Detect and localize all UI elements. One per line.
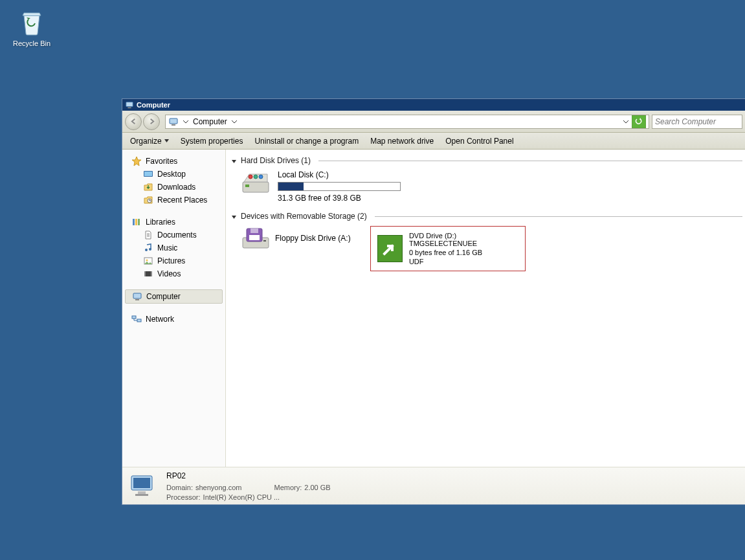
breadcrumb[interactable]: Computer <box>193 117 227 126</box>
sidebar: Favorites Desktop Downloads Recent Place… <box>122 150 226 467</box>
details-processor: Processor:Intel(R) Xeon(R) CPU ... <box>166 493 280 501</box>
arrow-left-icon <box>130 118 137 125</box>
dvd-shortcut-icon <box>377 235 403 262</box>
sidebar-item-downloads[interactable]: Downloads <box>125 181 223 194</box>
svg-rect-2 <box>170 118 177 124</box>
libraries-icon <box>131 217 142 227</box>
recent-icon <box>143 195 153 205</box>
refresh-button[interactable] <box>632 115 646 128</box>
svg-point-23 <box>249 175 252 179</box>
sidebar-item-recent[interactable]: Recent Places <box>125 194 223 207</box>
documents-icon <box>143 230 153 240</box>
group-header-hdd[interactable]: Hard Disk Drives (1) <box>231 156 742 165</box>
details-memory: Memory:2.00 GB <box>274 484 331 491</box>
address-bar[interactable]: Computer <box>165 115 649 129</box>
dropdown-icon[interactable] <box>231 118 238 125</box>
downloads-icon <box>143 182 153 192</box>
arrow-right-icon <box>148 118 155 125</box>
window-title: Computer <box>137 101 170 109</box>
videos-icon <box>143 269 153 279</box>
sidebar-item-music[interactable]: Music <box>125 241 223 254</box>
details-pane: RP02 Domain:shenyong.com Memory:2.00 GB … <box>122 467 745 504</box>
sidebar-item-documents[interactable]: Documents <box>125 229 223 241</box>
collapse-icon <box>231 214 237 219</box>
details-name: RP02 <box>166 471 331 480</box>
recycle-bin-icon <box>17 8 46 36</box>
drive-label: Local Disk (C:) <box>278 170 401 179</box>
svg-rect-30 <box>250 229 258 233</box>
svg-rect-5 <box>144 172 152 176</box>
svg-point-25 <box>259 175 263 179</box>
control-panel-button[interactable]: Open Control Panel <box>445 137 513 146</box>
search-input[interactable]: Search Computer <box>652 115 742 129</box>
collapse-icon <box>231 158 237 164</box>
organize-menu[interactable]: Organize <box>130 137 169 146</box>
drive-floppy-a[interactable]: Floppy Disk Drive (A:) <box>241 226 351 251</box>
svg-rect-15 <box>144 271 146 276</box>
svg-point-11 <box>149 248 151 251</box>
svg-rect-35 <box>135 494 148 496</box>
sidebar-favorites[interactable]: Favorites <box>125 155 223 168</box>
sidebar-item-desktop[interactable]: Desktop <box>125 168 223 181</box>
sidebar-item-pictures[interactable]: Pictures <box>125 254 223 267</box>
recycle-bin-label: Recycle Bin <box>13 39 50 47</box>
group-header-removable[interactable]: Devices with Removable Storage (2) <box>231 212 742 221</box>
svg-rect-28 <box>263 240 266 241</box>
back-button[interactable] <box>125 113 142 130</box>
dropdown-icon[interactable] <box>623 118 629 125</box>
map-drive-button[interactable]: Map network drive <box>370 137 434 146</box>
svg-rect-31 <box>249 235 260 240</box>
sidebar-libraries[interactable]: Libraries <box>125 216 223 229</box>
computer-icon <box>168 117 179 127</box>
network-icon <box>131 314 142 324</box>
content-pane: Hard Disk Drives (1) Local Disk (C:) <box>226 150 745 467</box>
dvd-line3: UDF <box>409 258 518 265</box>
dvd-line1: DVD Drive (D:) TMGSELECTENUEE <box>409 232 518 247</box>
refresh-icon <box>634 117 643 126</box>
drive-label: Floppy Disk Drive (A:) <box>275 234 351 243</box>
forward-button[interactable] <box>143 113 160 130</box>
details-domain: Domain:shenyong.com <box>166 484 242 491</box>
svg-point-24 <box>254 175 258 179</box>
uninstall-button[interactable]: Uninstall or change a program <box>254 137 359 146</box>
drive-freeline: 31.3 GB free of 39.8 GB <box>278 194 401 203</box>
music-icon <box>143 243 153 253</box>
svg-rect-18 <box>135 299 139 300</box>
titlebar[interactable]: Computer <box>122 99 745 111</box>
disk-usage-bar <box>278 182 401 191</box>
drive-dvd-d[interactable]: DVD Drive (D:) TMGSELECTENUEE 0 bytes fr… <box>370 226 526 271</box>
nav-row: Computer Search Computer <box>122 111 745 133</box>
svg-rect-19 <box>132 316 136 319</box>
svg-rect-0 <box>126 102 133 107</box>
pictures-icon <box>143 256 153 266</box>
svg-rect-34 <box>138 491 146 494</box>
command-bar: Organize System properties Uninstall or … <box>122 133 745 150</box>
desktop-icon <box>143 169 153 179</box>
svg-rect-33 <box>133 478 150 488</box>
recycle-bin[interactable]: Recycle Bin <box>8 8 56 48</box>
chevron-down-icon <box>164 139 169 142</box>
sidebar-item-computer[interactable]: Computer <box>125 289 223 304</box>
system-properties-button[interactable]: System properties <box>181 137 243 146</box>
svg-rect-8 <box>135 219 137 225</box>
svg-point-10 <box>145 249 148 251</box>
drive-local-disk-c[interactable]: Local Disk (C:) 31.3 GB free of 39.8 GB <box>241 170 742 203</box>
sidebar-item-videos[interactable]: Videos <box>125 267 223 280</box>
svg-rect-17 <box>133 293 141 298</box>
computer-icon <box>125 100 134 109</box>
hard-drive-icon <box>241 170 270 195</box>
explorer-window: Computer Computer <box>122 98 745 505</box>
star-icon <box>131 156 142 166</box>
computer-icon <box>129 473 157 499</box>
svg-rect-7 <box>133 219 135 225</box>
svg-point-13 <box>146 260 148 262</box>
dropdown-icon[interactable] <box>183 118 189 125</box>
svg-rect-3 <box>172 124 175 126</box>
svg-rect-16 <box>151 271 152 276</box>
sidebar-item-network[interactable]: Network <box>125 313 223 326</box>
computer-icon <box>132 291 142 302</box>
svg-rect-22 <box>245 185 249 187</box>
floppy-drive-icon <box>241 226 270 251</box>
svg-rect-20 <box>137 319 141 322</box>
svg-rect-9 <box>138 219 140 225</box>
